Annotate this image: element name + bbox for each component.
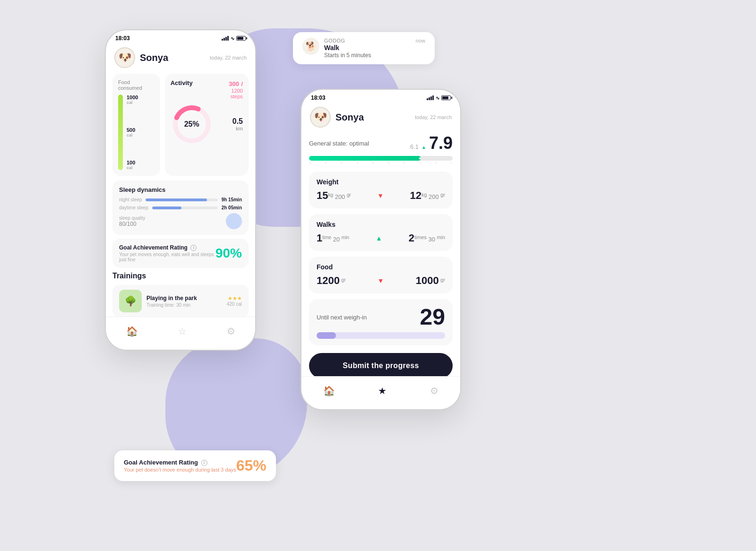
notif-brand: GODOG (324, 38, 411, 43)
pet-avatar-right: 🐶 (310, 107, 331, 128)
sleep-quality-info: sleep quality 80/100 (119, 215, 146, 227)
notif-title: Walk (324, 44, 411, 52)
status-bar-right: 18:03 ∿ (301, 90, 460, 103)
nav-star-left[interactable]: ☆ (178, 326, 187, 337)
food-row: 1200 gr ▼ 1000 gr (317, 275, 445, 287)
goal-percent-left: 90% (215, 246, 242, 261)
state-up-arrow-icon: ▲ (421, 145, 426, 150)
walks-prev-times: 1 (317, 232, 322, 244)
goal-card-float: Goal Achievement Rating i Your pet doesn… (114, 450, 276, 481)
notif-time: now (416, 38, 425, 43)
info-icon-float: i (201, 460, 207, 466)
daytime-sleep-row: daytime sleep 2h 05min (119, 205, 242, 210)
daytime-sleep-time: 2h 05min (222, 205, 242, 210)
home-icon-left: 🏠 (126, 326, 138, 337)
food-arrow-down-icon: ▼ (353, 277, 408, 284)
pet-header-right: 🐶 Sonya today, 22 march (301, 103, 460, 133)
pet-date-right: today, 22 march (415, 114, 452, 120)
star-icon-right: ★ (378, 385, 387, 396)
pet-info-right: 🐶 Sonya (310, 107, 364, 128)
nav-home-right[interactable]: 🏠 (323, 385, 335, 396)
goal-info-left: Goal Achievement Rating i Your pet moves… (119, 244, 215, 262)
nav-star-right[interactable]: ★ (378, 385, 387, 396)
status-bar-left: 18:03 ∿ (106, 30, 255, 43)
tick-4 (357, 162, 358, 164)
goal-float-info: Goal Achievement Rating i Your pet doesn… (124, 459, 236, 473)
tick-3 (341, 162, 342, 164)
food-val-1000: 1000cal (127, 95, 138, 105)
battery-icon (236, 36, 246, 41)
nav-settings-left[interactable]: ⚙ (227, 326, 235, 337)
goal-sublabel-left: Your pet moves enough, eats well and sle… (119, 252, 215, 262)
activity-label: Activity (171, 79, 193, 86)
time-left: 18:03 (115, 35, 130, 42)
daytime-sleep-fill (152, 207, 182, 209)
food-label-right: Food (317, 263, 445, 271)
sleep-quality-row: sleep quality 80/100 (119, 213, 242, 229)
state-bar-track: ★ (309, 156, 453, 161)
activity-header: Activity 300 / 1200 steps (171, 79, 243, 99)
goal-card-left: Goal Achievement Rating i Your pet moves… (112, 239, 249, 268)
sleep-label: Sleep dynamics (119, 186, 242, 193)
food-section-right: Food 1200 gr ▼ 1000 gr (309, 257, 453, 293)
notif-content: GODOG Walk Starts in 5 minutes (324, 38, 411, 59)
pet-avatar-left: 🐶 (114, 47, 135, 68)
walks-arrow-up-icon: ▲ (357, 234, 401, 242)
notif-subtitle: Starts in 5 minutes (324, 52, 411, 59)
training-time-1: Training time: 30 min (146, 302, 222, 308)
weight-prev-kg: 15 (317, 189, 328, 201)
tick-10 (451, 162, 452, 164)
sleep-card: Sleep dynamics night sleep 9h 15min dayt… (112, 181, 249, 235)
signal-icon-right (427, 95, 434, 100)
walks-prev: 1time 20 min (317, 232, 349, 244)
food-bar-fill (118, 95, 123, 170)
nav-settings-right[interactable]: ⚙ (430, 385, 438, 396)
tick-6 (388, 162, 389, 164)
time-right: 18:03 (311, 95, 326, 101)
state-score-area: 6.1 ▲ 7.9 (410, 133, 453, 153)
quality-toggle[interactable] (226, 213, 242, 229)
daytime-sleep-type: daytime sleep (119, 205, 148, 210)
settings-icon-right: ⚙ (430, 385, 438, 396)
weigh-in-days: 29 (420, 306, 445, 328)
pet-header-left: 🐶 Sonya today, 22 march (106, 43, 255, 74)
food-val-500: 500cal (127, 127, 138, 138)
status-icons-right: ∿ (427, 95, 451, 101)
food-card: Food consumed 1000cal 500cal 100cal (112, 74, 160, 176)
activity-card: Activity 300 / 1200 steps 25% (165, 74, 249, 176)
tick-8 (420, 162, 421, 164)
donut-percent: 25% (184, 120, 199, 129)
pet-name-right: Sonya (335, 112, 364, 123)
submit-button[interactable]: Submit the progress (309, 353, 453, 379)
weight-prev: 15kg 200 gr (317, 189, 351, 202)
weight-curr: 12kg 200 gr (410, 189, 445, 202)
food-bar-track (118, 95, 123, 170)
bottom-nav-right: 🏠 ★ ⚙ (301, 376, 460, 409)
phone-right: 18:03 ∿ 🐶 Sonya today, 22 march Genera (301, 89, 461, 410)
general-state-section: General state: optimal 6.1 ▲ 7.9 ★ (309, 133, 453, 164)
notification-card[interactable]: 🐕 GODOG Walk Starts in 5 minutes now (293, 32, 435, 64)
weight-row: 15kg 200 gr ▼ 12kg 200 gr (317, 189, 445, 202)
signal-icon (222, 36, 229, 41)
wifi-icon-right: ∿ (436, 95, 439, 101)
pet-date-left: today, 22 march (210, 55, 247, 60)
tick-marks (309, 162, 453, 164)
training-stars-1: ★★★ (227, 295, 242, 301)
right-content: General state: optimal 6.1 ▲ 7.9 ★ (301, 133, 460, 391)
weight-section: Weight 15kg 200 gr ▼ 12kg 200 gr (309, 172, 453, 208)
sleep-quality-type: sleep quality (119, 215, 146, 221)
activity-current: 300 (229, 80, 239, 87)
state-bar-fill: ★ (309, 156, 421, 161)
weigh-in-label: Until next weigh-in (317, 314, 367, 321)
training-item-1[interactable]: 🌳 Playing in the park Training time: 30 … (112, 285, 249, 317)
training-info-1: Playing in the park Training time: 30 mi… (146, 295, 222, 308)
weigh-in-row: Until next weigh-in 29 (317, 306, 445, 328)
weight-arrow-down-icon: ▼ (359, 192, 403, 199)
tick-9 (436, 162, 436, 164)
wifi-icon: ∿ (231, 36, 234, 41)
nav-home-left[interactable]: 🏠 (126, 326, 138, 337)
goal-float-percent: 65% (236, 457, 266, 474)
night-sleep-time: 9h 15min (222, 197, 242, 202)
training-cal-1: 420 cal (227, 301, 242, 307)
weight-curr-kg: 12 (410, 189, 421, 201)
